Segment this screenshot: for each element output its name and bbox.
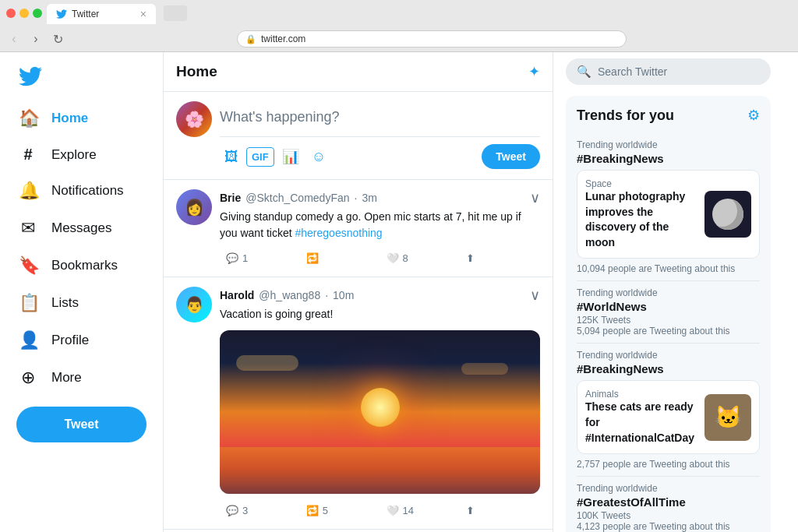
sidebar-item-home[interactable]: 🏠 Home: [9, 100, 154, 136]
retweet-count: 5: [323, 505, 328, 516]
explore-icon: #: [19, 146, 37, 164]
compose-image-button[interactable]: 🖼: [220, 144, 243, 170]
forward-button[interactable]: ›: [28, 31, 44, 47]
retweet-button[interactable]: 🔁 5: [300, 502, 380, 520]
compose-emoji-button[interactable]: ☺: [307, 144, 330, 170]
tweet-header: Brie @Sktch_ComedyFan · 3m ∨: [220, 189, 540, 206]
trend-card-content: Animals These cats are ready for #Intern…: [585, 389, 697, 446]
browser-tab[interactable]: Twitter ×: [47, 4, 156, 24]
share-button[interactable]: ⬆: [460, 249, 540, 267]
trend-card[interactable]: Space Lunar photography improves the dis…: [577, 170, 760, 259]
compose-avatar-image: 🌸: [185, 110, 204, 129]
sidebar-item-bookmarks[interactable]: 🔖 Bookmarks: [9, 248, 154, 284]
tweet-more-button[interactable]: ∨: [530, 287, 540, 304]
tweet-text: Vacation is going great!: [220, 306, 540, 322]
refresh-button[interactable]: ↻: [50, 31, 65, 47]
tweet-actions: 💬 1 🔁 🤍 8 ⬆: [220, 249, 540, 267]
feed-header: Home ✦: [164, 52, 553, 92]
maximize-window-button[interactable]: [33, 9, 42, 18]
tweet-timestamp: 10m: [333, 289, 354, 301]
new-tab-button[interactable]: [164, 5, 187, 21]
profile-icon: 👤: [19, 330, 37, 351]
trend-name: #GreatestOfAllTime: [577, 495, 760, 509]
tweet-image: [220, 330, 540, 494]
back-button[interactable]: ‹: [6, 31, 22, 47]
browser-addressbar: ‹ › ↻ 🔒 twitter.com: [0, 26, 798, 51]
like-icon: 🤍: [387, 505, 399, 516]
trends-box: Trends for you ⚙ Trending worldwide #Bre…: [566, 96, 771, 532]
sidebar-item-explore[interactable]: # Explore: [9, 138, 154, 171]
tweet-header: Harold @h_wang88 · 10m ∨: [220, 287, 540, 304]
trend-card-title: Lunar photography improves the discovery…: [585, 189, 697, 250]
tweet-more-button[interactable]: ∨: [530, 189, 540, 206]
minimize-window-button[interactable]: [19, 9, 29, 18]
sidebar: 🏠 Home # Explore 🔔 Notifications ✉ Messa…: [0, 52, 164, 532]
retweet-icon: 🔁: [306, 252, 319, 264]
browser-titlebar: Twitter ×: [0, 0, 798, 26]
compose-placeholder[interactable]: What's happening?: [220, 101, 540, 133]
trend-detail: 5,094 people are Tweeting about this: [577, 326, 760, 336]
like-count: 8: [403, 252, 408, 264]
sunset-image: [220, 330, 540, 494]
twitter-logo[interactable]: [9, 58, 154, 97]
compose-box: 🌸 What's happening? 🖼 GIF 📊 ☺ Tweet: [164, 92, 553, 180]
trends-title: Trends for you: [577, 107, 674, 124]
tweet-author-handle: @h_wang88: [259, 289, 320, 301]
tweet-actions: 💬 3 🔁 5 🤍 14 ⬆: [220, 502, 540, 520]
browser-chrome: Twitter × ‹ › ↻ 🔒 twitter.com: [0, 0, 798, 52]
compose-tweet-button[interactable]: Tweet: [482, 144, 540, 169]
twitter-app: 🏠 Home # Explore 🔔 Notifications ✉ Messa…: [0, 52, 798, 532]
avatar-image: 👩: [185, 198, 204, 217]
close-tab-button[interactable]: ×: [140, 8, 147, 20]
comment-button[interactable]: 💬 1: [220, 249, 300, 267]
compose-avatar: 🌸: [176, 101, 212, 137]
lists-icon: 📋: [19, 293, 37, 313]
like-icon: 🤍: [387, 252, 399, 264]
trend-item[interactable]: Trending worldwide #BreakingNews Space L…: [577, 133, 760, 281]
trend-card[interactable]: Animals These cats are ready for #Intern…: [577, 380, 760, 454]
retweet-icon: 🔁: [306, 505, 319, 516]
compose-poll-button[interactable]: 📊: [277, 143, 304, 170]
sidebar-item-profile[interactable]: 👤 Profile: [9, 322, 154, 358]
sun-element: [361, 388, 400, 427]
sidebar-item-messages[interactable]: ✉ Messages: [9, 210, 154, 246]
tweet-button[interactable]: Tweet: [16, 407, 147, 442]
notifications-icon: 🔔: [19, 181, 37, 201]
tweet-hashtag-link[interactable]: #heregoesnothing: [295, 227, 383, 239]
trend-item[interactable]: Trending worldwide #BreakingNews Animals…: [577, 344, 760, 477]
compose-gif-button[interactable]: GIF: [246, 147, 274, 167]
sidebar-home-label: Home: [51, 111, 88, 126]
trend-detail: 2,757 people are Tweeting about this: [577, 459, 760, 470]
share-button[interactable]: ⬆: [460, 502, 540, 520]
close-window-button[interactable]: [6, 9, 16, 18]
sparkles-icon[interactable]: ✦: [528, 63, 540, 80]
trend-count: 125K Tweets: [577, 315, 760, 326]
main-feed: Home ✦ 🌸 What's happening? 🖼 GIF 📊 ☺ Twe…: [164, 52, 553, 532]
trend-item[interactable]: Trending worldwide #GreatestOfAllTime 10…: [577, 477, 760, 532]
browser-window-controls: [6, 9, 42, 18]
comment-count: 1: [242, 252, 248, 264]
sidebar-item-lists[interactable]: 📋 Lists: [9, 285, 154, 321]
search-bar[interactable]: 🔍 Search Twitter: [566, 58, 771, 85]
tweet-card: 👨 Harold @h_wang88 · 10m ∨ Vacation is g…: [164, 277, 553, 530]
url-bar[interactable]: 🔒 twitter.com: [237, 30, 627, 48]
like-count: 14: [403, 505, 414, 516]
sidebar-profile-label: Profile: [51, 333, 89, 348]
sidebar-notifications-label: Notifications: [51, 183, 124, 199]
tweet-timestamp: 3m: [362, 192, 376, 204]
trend-item[interactable]: Trending worldwide #WorldNews 125K Tweet…: [577, 281, 760, 344]
cloud-element: [461, 363, 508, 375]
like-button[interactable]: 🤍 14: [380, 502, 461, 520]
comment-button[interactable]: 💬 3: [220, 502, 300, 520]
tweet-text: Giving standup comedy a go. Open mic sta…: [220, 209, 540, 241]
like-button[interactable]: 🤍 8: [380, 249, 461, 267]
tweet-time: ·: [325, 289, 328, 301]
trends-settings-icon[interactable]: ⚙: [747, 107, 760, 124]
water-reflection: [220, 447, 540, 494]
tweet-text-content: Vacation is going great!: [220, 308, 333, 320]
sidebar-item-more[interactable]: ⊕ More: [9, 360, 154, 396]
sidebar-item-notifications[interactable]: 🔔 Notifications: [9, 173, 154, 209]
retweet-button[interactable]: 🔁: [300, 249, 380, 267]
compose-actions: 🖼 GIF 📊 ☺ Tweet: [220, 136, 540, 170]
messages-icon: ✉: [19, 218, 37, 238]
